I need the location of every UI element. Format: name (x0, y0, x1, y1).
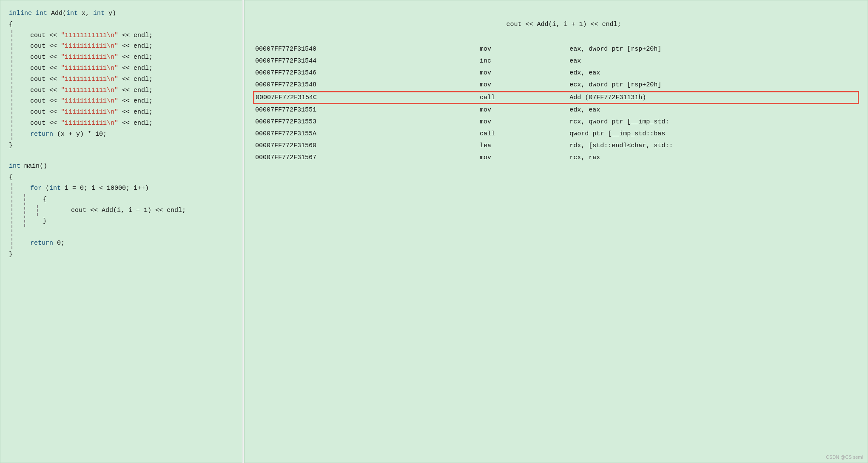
add-function: inline int Add(int x, int y) { cout << "… (9, 8, 233, 151)
code-line: inline int Add(int x, int y) (9, 8, 233, 19)
asm-operands: edx, eax (568, 67, 859, 79)
code-line: return 0; (15, 238, 233, 249)
asm-op: call (478, 128, 568, 140)
asm-row: 00007FF772F31560 lea rdx, [std::endl<cha… (253, 140, 859, 152)
asm-addr: 00007FF772F3155A (253, 128, 478, 140)
code-line: { (9, 19, 233, 30)
asm-op: inc (478, 55, 568, 67)
asm-row: 00007FF772F31551 mov edx, eax (253, 104, 859, 116)
asm-op: mov (478, 116, 568, 128)
code-line: cout << Add(i, i + 1) << endl; (40, 205, 233, 216)
asm-addr: 00007FF772F31548 (253, 79, 478, 91)
asm-op: mov (478, 152, 568, 164)
asm-op: lea (478, 140, 568, 152)
asm-row: 00007FF772F31553 mov rcx, qword ptr [__i… (253, 116, 859, 128)
asm-addr: 00007FF772F31551 (253, 104, 478, 116)
asm-addr: 00007FF772F31540 (253, 43, 478, 55)
code-line: cout << "11111111111\n" << endl; (15, 85, 233, 96)
code-line: cout << "11111111111\n" << endl; (15, 96, 233, 107)
asm-operands: qword ptr [__imp_std::bas (568, 128, 859, 140)
code-line: } (9, 249, 233, 260)
code-line: cout << "11111111111\n" << endl; (15, 107, 233, 118)
asm-addr: 00007FF772F31544 (253, 55, 478, 67)
asm-addr: 00007FF772F31546 (253, 67, 478, 79)
code-line: { (28, 194, 233, 205)
code-line: cout << "11111111111\n" << endl; (15, 63, 233, 74)
asm-addr: 00007FF772F31567 (253, 152, 478, 164)
asm-operands: rcx, qword ptr [__imp_std: (568, 116, 859, 128)
asm-operands: rcx, rax (568, 152, 859, 164)
code-line: cout << "11111111111\n" << endl; (15, 30, 233, 41)
code-line: { (9, 172, 233, 183)
asm-operands: ecx, dword ptr [rsp+20h] (568, 79, 859, 91)
left-panel: inline int Add(int x, int y) { cout << "… (0, 0, 242, 463)
asm-row: 00007FF772F31546 mov edx, eax (253, 67, 859, 79)
code-line: cout << "11111111111\n" << endl; (15, 74, 233, 85)
watermark: CSDN @CS semi (826, 454, 863, 460)
main-function: int main() { for (int i = 0; i < 10000; … (9, 161, 233, 260)
code-line: return (x + y) * 10; (15, 129, 233, 140)
code-line: int main() (9, 161, 233, 172)
asm-op: call (478, 91, 568, 104)
asm-op: mov (478, 67, 568, 79)
asm-operands: edx, eax (568, 104, 859, 116)
asm-table: 00007FF772F31540 mov eax, dword ptr [rsp… (253, 43, 859, 163)
asm-addr: 00007FF772F3154C (253, 91, 478, 104)
code-line: cout << "11111111111\n" << endl; (15, 52, 233, 63)
asm-row: 00007FF772F31567 mov rcx, rax (253, 152, 859, 164)
asm-op: mov (478, 104, 568, 116)
asm-row: 00007FF772F31540 mov eax, dword ptr [rsp… (253, 43, 859, 55)
asm-row: 00007FF772F3155A call qword ptr [__imp_s… (253, 128, 859, 140)
asm-addr: 00007FF772F31560 (253, 140, 478, 152)
asm-addr: 00007FF772F31553 (253, 116, 478, 128)
asm-operands: eax, dword ptr [rsp+20h] (568, 43, 859, 55)
asm-op: mov (478, 43, 568, 55)
asm-operands: rdx, [std::endl<char, std:: (568, 140, 859, 152)
code-line (15, 227, 233, 238)
code-line: for (int i = 0; i < 10000; i++) (15, 183, 233, 194)
asm-operands: Add (07FF772F31131h) (568, 91, 859, 104)
asm-header: cout << Add(i, i + 1) << endl; (253, 8, 859, 41)
code-line: } (28, 216, 233, 227)
asm-row: 00007FF772F31548 mov ecx, dword ptr [rsp… (253, 79, 859, 91)
code-line: } (9, 140, 233, 151)
asm-operands: eax (568, 55, 859, 67)
asm-row: 00007FF772F31544 inc eax (253, 55, 859, 67)
code-line: cout << "11111111111\n" << endl; (15, 118, 233, 129)
right-panel: cout << Add(i, i + 1) << endl; 00007FF77… (244, 0, 868, 463)
code-line: cout << "11111111111\n" << endl; (15, 41, 233, 52)
asm-op: mov (478, 79, 568, 91)
asm-row-highlighted: 00007FF772F3154C call Add (07FF772F31131… (253, 91, 859, 104)
